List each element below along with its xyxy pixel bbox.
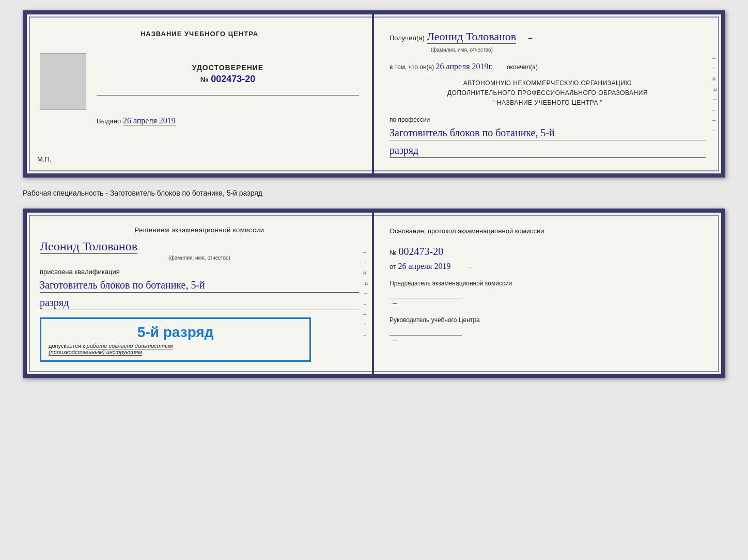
cert-right-panel: Получил(а) Леонид Толованов – (фамилия, … bbox=[374, 14, 721, 173]
stamp-rank-text: 5-й разряд bbox=[49, 324, 302, 341]
mp-label: М.П. bbox=[37, 155, 51, 163]
recipient-name: Леонид Толованов bbox=[427, 30, 516, 44]
bottom-person-name: Леонид Толованов bbox=[40, 239, 137, 254]
protocol-date: 26 апреля 2019 bbox=[398, 262, 451, 270]
org-name-block: АВТОНОМНУЮ НЕКОММЕРЧЕСКУЮ ОРГАНИЗАЦИЮ ДО… bbox=[389, 78, 706, 108]
director-block: Руководитель учебного Центра – bbox=[389, 316, 706, 345]
rank-handwritten: разряд bbox=[389, 145, 706, 158]
qualification-label: присвоена квалификация bbox=[40, 268, 359, 276]
photo-placeholder bbox=[40, 53, 86, 110]
decision-text: Решением экзаменационной комиссии bbox=[40, 225, 359, 235]
stamp-allowed-prefix: допускается к bbox=[49, 343, 85, 349]
finished-label: окончил(а) bbox=[507, 63, 538, 71]
bottom-cert-right: Основание: протокол экзаменационной коми… bbox=[374, 213, 721, 374]
issued-block: Выдано 26 апреля 2019 bbox=[97, 116, 359, 125]
profession-handwritten: Заготовитель блоков по ботанике, 5-й bbox=[389, 125, 706, 140]
body1-date: 26 апреля 2019г. bbox=[436, 62, 493, 71]
cert-left-panel: НАЗВАНИЕ УЧЕБНОГО ЦЕНТРА УДОСТОВЕРЕНИЕ №… bbox=[27, 14, 374, 173]
cert-num-prefix: № bbox=[200, 75, 209, 84]
bottom-person-sublabel: (фамилия, имя, отчество) bbox=[40, 255, 359, 261]
org-line2: ДОПОЛНИТЕЛЬНОГО ПРОФЕССИОНАЛЬНОГО ОБРАЗО… bbox=[389, 88, 706, 98]
director-title: Руководитель учебного Центра bbox=[389, 316, 706, 325]
chairman-title: Председатель экзаменационной комиссии bbox=[389, 279, 706, 288]
bottom-cert-left: Решением экзаменационной комиссии Леонид… bbox=[27, 213, 374, 374]
stamp-allowed: допускается к работе согласно должностны… bbox=[49, 343, 302, 355]
body-text-1: в том, что он(а) 26 апреля 2019г. окончи… bbox=[389, 60, 706, 73]
protocol-number: 002473-20 bbox=[399, 246, 444, 257]
org-line1: АВТОНОМНУЮ НЕКОММЕРЧЕСКУЮ ОРГАНИЗАЦИЮ bbox=[389, 78, 706, 88]
side-marks: – – и ,а ← – – – bbox=[712, 55, 718, 133]
cert-number: 002473-20 bbox=[211, 74, 255, 84]
top-certificate: НАЗВАНИЕ УЧЕБНОГО ЦЕНТРА УДОСТОВЕРЕНИЕ №… bbox=[23, 10, 725, 178]
recipient-sublabel: (фамилия, имя, отчество) bbox=[431, 47, 706, 53]
separator-label: Рабочая специальность - Заготовитель бло… bbox=[23, 186, 725, 200]
bottom-rank: разряд bbox=[40, 297, 359, 310]
date-prefix: от bbox=[389, 263, 396, 270]
school-name-title: НАЗВАНИЕ УЧЕБНОГО ЦЕНТРА bbox=[40, 30, 359, 38]
issued-label: Выдано bbox=[97, 117, 121, 125]
org-line3: " НАЗВАНИЕ УЧЕБНОГО ЦЕНТРА " bbox=[389, 98, 706, 108]
body1-text: в том, что он(а) bbox=[389, 63, 434, 71]
recipient-prefix: Получил(а) bbox=[389, 34, 425, 42]
basis-label: Основание: протокол экзаменационной коми… bbox=[389, 225, 706, 237]
stamp-box: 5-й разряд допускается к работе согласно… bbox=[40, 317, 311, 362]
issued-date: 26 апреля 2019 bbox=[123, 116, 176, 125]
bottom-certificate: Решением экзаменационной комиссии Леонид… bbox=[23, 209, 725, 378]
bottom-qualification: Заготовитель блоков по ботанике, 5-й bbox=[40, 278, 359, 293]
chairman-block: Председатель экзаменационной комиссии – bbox=[389, 279, 706, 308]
cert-number-block: УДОСТОВЕРЕНИЕ № 002473-20 bbox=[97, 63, 359, 85]
profession-label: по профессии bbox=[389, 116, 706, 123]
cert-label: УДОСТОВЕРЕНИЕ bbox=[97, 63, 359, 72]
chairman-sig-line bbox=[389, 298, 462, 298]
stamp-italic2: (производственным) инструкциям bbox=[49, 349, 142, 356]
bottom-side-marks: – – и ,а ← – – – – bbox=[363, 249, 369, 338]
stamp-italic1: работе согласно должностным bbox=[87, 343, 173, 349]
protocol-date-block: от 26 апреля 2019 – bbox=[389, 262, 706, 271]
protocol-number-block: № 002473-20 bbox=[389, 246, 706, 258]
protocol-num-prefix: № bbox=[389, 249, 397, 257]
director-sig-line bbox=[389, 335, 462, 335]
